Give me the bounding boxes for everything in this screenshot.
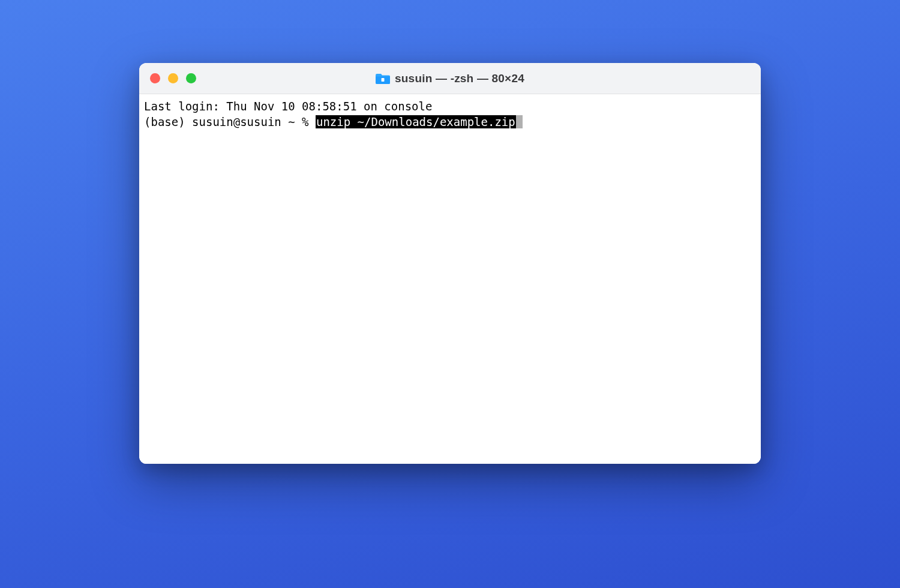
last-login-line: Last login: Thu Nov 10 08:58:51 on conso…: [144, 99, 756, 115]
folder-icon: [376, 73, 390, 85]
prompt-text: (base) susuin@susuin ~ %: [144, 115, 316, 128]
terminal-body[interactable]: Last login: Thu Nov 10 08:58:51 on conso…: [139, 94, 761, 464]
window-titlebar[interactable]: susuin — -zsh — 80×24: [139, 63, 761, 94]
terminal-window: susuin — -zsh — 80×24 Last login: Thu No…: [139, 63, 761, 464]
cursor: [516, 115, 523, 128]
command-text: unzip ~/Downloads/example.zip: [316, 115, 516, 128]
maximize-button[interactable]: [186, 73, 196, 83]
window-title: susuin — -zsh — 80×24: [395, 72, 524, 85]
prompt-line: (base) susuin@susuin ~ % unzip ~/Downloa…: [144, 115, 756, 130]
window-title-group: susuin — -zsh — 80×24: [376, 72, 524, 85]
traffic-lights: [150, 73, 196, 83]
close-button[interactable]: [150, 73, 160, 83]
minimize-button[interactable]: [168, 73, 178, 83]
